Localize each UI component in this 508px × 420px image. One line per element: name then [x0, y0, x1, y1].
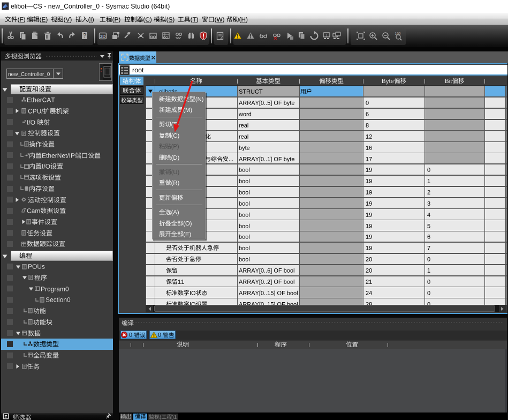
- svg-text:3D: 3D: [100, 34, 106, 39]
- svg-text:1: 1: [325, 33, 328, 37]
- svg-text:?: ?: [83, 33, 86, 39]
